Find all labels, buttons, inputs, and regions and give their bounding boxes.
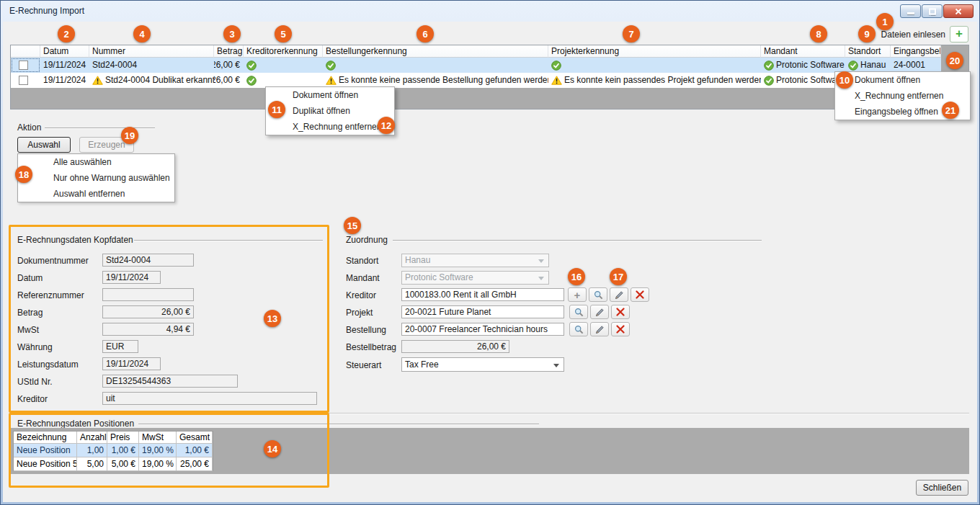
pos-header-bezeichnung[interactable]: Bezeichnung xyxy=(14,432,77,444)
check-ok-icon xyxy=(764,76,774,86)
pos-header-mwst[interactable]: MwSt xyxy=(139,432,177,444)
annotation-badge-7: 7 xyxy=(623,25,640,43)
label-projekt: Projekt xyxy=(346,308,373,318)
referenznummer-field[interactable] xyxy=(102,288,194,301)
header-mandant[interactable]: Mandant xyxy=(761,45,845,58)
label-betrag: Betrag xyxy=(17,308,43,318)
warning-icon xyxy=(551,76,562,85)
label-leistungsdatum: Leistungsdatum xyxy=(17,359,79,370)
menu-item-nur-ohne-warnung[interactable]: Nur ohne Warnung auswählen xyxy=(18,170,174,186)
bestellung-edit-button[interactable] xyxy=(590,322,609,336)
plus-icon: + xyxy=(956,27,963,40)
aktion-group-line xyxy=(45,128,155,128)
kreditor-field[interactable] xyxy=(401,288,564,301)
pos-header-gesamt[interactable]: Gesamt xyxy=(177,432,213,444)
pos-row1-gesamt[interactable]: 1,00 € xyxy=(177,444,213,457)
header-eingangsbeleg[interactable]: Eingangsbeleg xyxy=(891,45,941,58)
pos-row1-mwst[interactable]: 19,00 % xyxy=(139,444,177,457)
row2-mandant: Protonic Software xyxy=(761,73,845,88)
annotation-badge-14: 14 xyxy=(264,440,281,457)
row2-datum: 19/11/2024 xyxy=(40,73,89,88)
header-projekterkennung[interactable]: Projekterkennung xyxy=(548,45,761,58)
add-files-button[interactable]: + xyxy=(950,26,968,43)
bestellbetrag-field[interactable] xyxy=(401,340,509,353)
schliessen-button[interactable]: Schließen xyxy=(916,480,968,496)
check-ok-icon xyxy=(764,61,774,71)
row2-nummer: Std24-0004 Dublikat erkannt xyxy=(89,73,214,88)
annotation-badge-16: 16 xyxy=(568,268,585,285)
annotation-badge-20: 20 xyxy=(946,52,963,69)
steuerart-select[interactable]: Tax Free xyxy=(401,357,564,372)
projekt-field[interactable] xyxy=(401,305,564,318)
pos-row1-bezeichnung[interactable]: Neue Position xyxy=(14,444,77,457)
header-standort[interactable]: Standort xyxy=(845,45,891,58)
projekt-edit-button[interactable] xyxy=(590,305,609,319)
pos-row2-gesamt[interactable]: 25,00 € xyxy=(177,457,213,471)
header-nummer[interactable]: Nummer xyxy=(89,45,214,58)
projekt-search-button[interactable] xyxy=(569,305,588,319)
pos-header-anzahl[interactable]: Anzahl xyxy=(77,432,107,444)
standort-value: Hanau xyxy=(405,255,430,265)
kreditor-remove-button[interactable] xyxy=(631,287,649,302)
chevron-down-icon xyxy=(538,259,544,263)
row1-mandant-text: Protonic Software xyxy=(776,58,845,73)
menu-item-dokument-oeffnen[interactable]: Dokument öffnen xyxy=(266,87,394,103)
header-checkbox-column[interactable] xyxy=(11,45,40,58)
kreditor-edit-button[interactable] xyxy=(610,287,628,302)
positionen-table: Bezeichnung Anzahl Preis MwSt Gesamt Neu… xyxy=(13,431,213,471)
annotation-badge-5: 5 xyxy=(275,25,292,43)
bestellung-search-button[interactable] xyxy=(569,322,588,336)
header-bestellungerkennung[interactable]: Bestellungerkennung xyxy=(323,45,548,58)
header-betrag[interactable]: Betrag xyxy=(214,45,244,58)
mandant-value: Protonic Software xyxy=(405,272,473,282)
row2-kreditorerkennung xyxy=(244,73,323,88)
menu-item-dokument-oeffnen[interactable]: Dokument öffnen xyxy=(835,72,970,88)
waehrung-field[interactable] xyxy=(102,340,138,353)
menu-item-auswahl-entfernen[interactable]: Auswahl entfernen xyxy=(18,186,174,202)
kreditor-add-button[interactable]: + xyxy=(568,287,587,302)
pos-row2-mwst[interactable]: 19,00 % xyxy=(139,457,177,471)
row1-checkbox[interactable] xyxy=(19,61,28,70)
kreditor-kopf-field[interactable] xyxy=(102,392,317,405)
leistungsdatum-field[interactable] xyxy=(102,357,161,370)
bestellung-remove-button[interactable] xyxy=(611,322,630,336)
datum-field[interactable] xyxy=(102,271,161,284)
row2-bestellung-warn-text: Es konnte keine passende Bestellung gefu… xyxy=(339,73,548,88)
row2-checkbox[interactable] xyxy=(19,76,28,85)
header-datum[interactable]: Datum xyxy=(40,45,89,58)
menu-item-xrechnung-entfernen[interactable]: X_Rechnung entfernen xyxy=(266,119,394,135)
label-kreditor-kopf: Kreditor xyxy=(17,394,48,404)
pos-row1-preis[interactable]: 1,00 € xyxy=(107,444,139,457)
header-kreditorerkennung[interactable]: Kreditorerkennung xyxy=(244,45,323,58)
zuordnung-group-title: Zuordnung xyxy=(346,235,388,245)
annotation-badge-1: 1 xyxy=(876,13,894,30)
pos-row2-preis[interactable]: 5,00 € xyxy=(107,457,139,471)
mwst-field[interactable] xyxy=(102,323,194,336)
kopfdaten-group-title: E-Rechnungsdaten Kopfdaten xyxy=(17,235,133,245)
warning-icon xyxy=(326,76,337,85)
mandant-select: Protonic Software xyxy=(401,271,549,285)
pos-row1-anzahl[interactable]: 1,00 xyxy=(77,444,107,457)
auswahl-button[interactable]: Auswahl xyxy=(17,137,71,153)
ustid-field[interactable] xyxy=(102,375,238,388)
row1-projekterkennung xyxy=(548,58,761,73)
bestellung-field[interactable] xyxy=(401,323,564,336)
pencil-icon xyxy=(615,290,624,300)
kreditor-search-button[interactable] xyxy=(589,287,607,302)
projekt-remove-button[interactable] xyxy=(611,305,630,319)
dokumentnummer-field[interactable] xyxy=(102,254,194,267)
pos-row2-anzahl[interactable]: 5,00 xyxy=(77,457,107,471)
menu-item-alle-auswaehlen[interactable]: Alle auswählen xyxy=(18,154,174,170)
maximize-button[interactable] xyxy=(922,4,943,18)
pos-header-preis[interactable]: Preis xyxy=(107,432,139,444)
row1-betrag: 26,00 € xyxy=(214,58,244,73)
betrag-field[interactable] xyxy=(102,305,194,318)
minimize-button[interactable] xyxy=(900,4,921,18)
close-button[interactable] xyxy=(943,4,974,18)
pencil-icon xyxy=(595,325,605,334)
pos-row2-bezeichnung[interactable]: Neue Position 5 xyxy=(14,457,77,471)
row1-eingangsbeleg: 24-0001 xyxy=(891,58,941,73)
annotation-badge-11: 11 xyxy=(268,101,285,118)
search-icon xyxy=(594,290,603,300)
label-referenznummer: Referenznummer xyxy=(17,290,84,300)
